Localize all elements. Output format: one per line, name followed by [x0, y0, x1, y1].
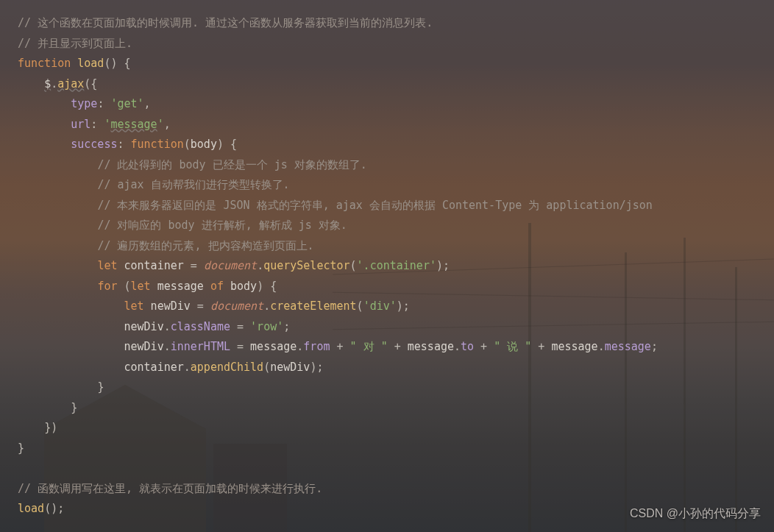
- keyword: for: [97, 280, 117, 293]
- keyword: function: [18, 57, 71, 70]
- string: 'get': [110, 97, 143, 110]
- property: type: [71, 97, 97, 110]
- property: success: [71, 138, 117, 151]
- property: innerHTML: [171, 340, 230, 353]
- string: " 说 ": [494, 340, 531, 353]
- property: url: [71, 118, 90, 131]
- code-block: // 这个函数在页面加载的时候调用. 通过这个函数从服务器获取到当前的消息列表.…: [0, 0, 774, 532]
- method: appendChild: [191, 361, 263, 374]
- comment-line: // 对响应的 body 进行解析, 解析成 js 对象.: [97, 219, 347, 232]
- comment-line: // 并且显示到页面上.: [18, 37, 132, 50]
- string: " 对 ": [350, 340, 388, 353]
- comment-line: // ajax 自动帮我们进行类型转换了.: [97, 178, 289, 191]
- property: className: [171, 320, 230, 333]
- jquery: $: [44, 77, 51, 91]
- comment-line: // 此处得到的 body 已经是一个 js 对象的数组了.: [97, 158, 366, 171]
- method: querySelector: [263, 259, 349, 272]
- comment-line: // 这个函数在页面加载的时候调用. 通过这个函数从服务器获取到当前的消息列表.: [18, 16, 433, 29]
- keyword: let: [124, 299, 144, 313]
- string: '.container': [357, 259, 436, 272]
- object: document: [204, 259, 257, 272]
- comment-line: // 函数调用写在这里, 就表示在页面加载的时候来进行执行.: [18, 482, 322, 495]
- comment-line: // 本来服务器返回的是 JSON 格式的字符串, ajax 会自动的根据 Co…: [97, 199, 652, 212]
- method: ajax: [57, 77, 84, 91]
- method: createElement: [270, 299, 356, 313]
- string: 'row': [250, 320, 283, 333]
- keyword: let: [97, 259, 117, 272]
- comment-line: // 遍历数组的元素, 把内容构造到页面上.: [97, 239, 313, 252]
- string: message: [110, 118, 157, 131]
- function-call: load: [18, 502, 44, 515]
- string: 'div': [363, 299, 397, 313]
- watermark: CSDN @小孙的代码分享: [630, 503, 761, 524]
- function-name: load: [77, 57, 104, 70]
- object: document: [210, 299, 263, 313]
